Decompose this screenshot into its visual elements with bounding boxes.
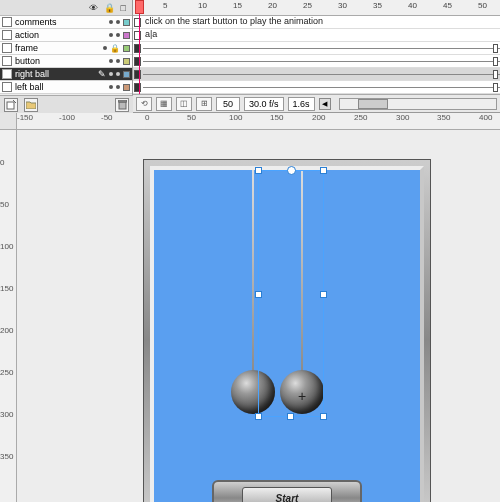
tl-row-button[interactable] <box>133 55 500 68</box>
rotation-handle[interactable] <box>287 166 296 175</box>
end-frame-icon <box>493 70 498 79</box>
start-button[interactable]: Start <box>242 487 332 502</box>
selection-box[interactable] <box>258 170 324 417</box>
ruler-num: 20 <box>268 1 277 10</box>
dot-icon <box>116 33 120 37</box>
page-icon <box>2 17 12 27</box>
ruler-num: 350 <box>437 113 450 122</box>
canvas-area: -150 -100 -50 0 50 100 150 200 250 300 3… <box>0 113 500 502</box>
dot-icon <box>109 59 113 63</box>
lock-icon[interactable]: 🔒 <box>104 3 115 13</box>
scroll-thumb[interactable] <box>358 99 388 109</box>
onion-outline-button[interactable]: ◫ <box>176 97 192 111</box>
tl-row-comments[interactable]: click on the start button to play the an… <box>133 16 500 29</box>
layer-row-comments[interactable]: comments <box>0 16 132 29</box>
tl-row-action[interactable]: a|a <box>133 29 500 42</box>
dot-icon <box>109 20 113 24</box>
ruler-num: 0 <box>145 113 149 122</box>
selection-handle[interactable] <box>255 413 262 420</box>
center-frame-button[interactable]: ▦ <box>156 97 172 111</box>
layer-row-action[interactable]: action <box>0 29 132 42</box>
layer-label: button <box>15 56 106 66</box>
layers-footer <box>0 95 133 113</box>
stage-viewport[interactable]: + Start <box>17 130 500 502</box>
tween-line <box>143 48 500 49</box>
tween-line <box>143 61 500 62</box>
ruler-num: -50 <box>101 113 113 122</box>
svg-rect-2 <box>119 102 126 109</box>
keyframe-icon <box>134 57 141 66</box>
page-icon <box>2 69 12 79</box>
ruler-corner <box>0 113 17 130</box>
selection-handle[interactable] <box>255 291 262 298</box>
ruler-num: 350 <box>0 452 13 461</box>
fps-value[interactable]: 30.0 f/s <box>244 97 284 111</box>
timeline-ruler[interactable]: 1 5 10 15 20 25 30 35 40 45 50 <box>133 0 500 16</box>
layer-label: left ball <box>15 82 106 92</box>
ruler-num: 200 <box>0 326 13 335</box>
layers-panel: 👁 🔒 □ comments action frame🔒 button righ… <box>0 0 133 104</box>
dot-icon <box>116 59 120 63</box>
selection-handle[interactable] <box>320 291 327 298</box>
dot-icon <box>116 85 120 89</box>
dot-icon <box>116 72 120 76</box>
ruler-num: 400 <box>479 113 492 122</box>
ruler-num: 50 <box>478 1 487 10</box>
layer-row-right-ball[interactable]: right ball✎ <box>0 68 132 81</box>
timeline-panel: 1 5 10 15 20 25 30 35 40 45 50 click on … <box>133 0 500 113</box>
selection-handle[interactable] <box>287 413 294 420</box>
elapsed-time-value[interactable]: 1.6s <box>288 97 315 111</box>
trash-button[interactable] <box>115 98 129 112</box>
ruler-num: 300 <box>396 113 409 122</box>
ruler-num: 25 <box>303 1 312 10</box>
color-swatch <box>123 58 130 65</box>
ruler-num: 100 <box>229 113 242 122</box>
timeline-scrollbar[interactable] <box>339 98 497 110</box>
ruler-num: 0 <box>0 158 4 167</box>
current-frame-value[interactable]: 50 <box>216 97 240 111</box>
ruler-num: 10 <box>198 1 207 10</box>
ruler-num: 250 <box>354 113 367 122</box>
start-label: Start <box>276 493 299 503</box>
ruler-num: 35 <box>373 1 382 10</box>
new-folder-button[interactable] <box>24 98 38 112</box>
ruler-num: 50 <box>0 200 9 209</box>
stage: + Start <box>144 160 430 502</box>
layer-label: comments <box>15 17 106 27</box>
layer-row-button[interactable]: button <box>0 55 132 68</box>
keyframe-icon <box>134 18 141 27</box>
h-ruler[interactable]: -150 -100 -50 0 50 100 150 200 250 300 3… <box>17 113 500 130</box>
selection-handle[interactable] <box>255 167 262 174</box>
onion-skin-button[interactable]: ⟲ <box>136 97 152 111</box>
svg-rect-0 <box>7 102 14 109</box>
color-swatch <box>123 19 130 26</box>
ruler-num: -100 <box>59 113 75 122</box>
lock-icon: 🔒 <box>110 44 120 53</box>
layer-row-left-ball[interactable]: left ball <box>0 81 132 94</box>
tween-line <box>143 74 500 75</box>
tween-line <box>143 87 500 88</box>
page-icon <box>2 30 12 40</box>
timeline-rows: click on the start button to play the an… <box>133 16 500 94</box>
dot-icon <box>109 33 113 37</box>
stage-bg: + Start <box>150 166 424 502</box>
selection-handle[interactable] <box>320 167 327 174</box>
page-icon <box>2 43 12 53</box>
keyframe-icon <box>134 44 141 53</box>
selection-handle[interactable] <box>320 413 327 420</box>
tl-row-left-ball[interactable] <box>133 81 500 94</box>
v-ruler[interactable]: 0 50 100 150 200 250 300 350 <box>0 130 17 502</box>
tl-row-frame[interactable] <box>133 42 500 55</box>
tl-row-right-ball[interactable] <box>133 68 500 81</box>
ruler-num: 15 <box>233 1 242 10</box>
new-layer-button[interactable] <box>4 98 18 112</box>
multi-frame-button[interactable]: ⊞ <box>196 97 212 111</box>
ruler-num: 200 <box>312 113 325 122</box>
frame-label: a|a <box>145 29 157 39</box>
eye-icon[interactable]: 👁 <box>89 3 98 13</box>
outline-icon[interactable]: □ <box>121 3 126 13</box>
scroll-left-button[interactable]: ◀ <box>319 98 331 110</box>
layer-row-frame[interactable]: frame🔒 <box>0 42 132 55</box>
ruler-num: 250 <box>0 368 13 377</box>
layer-label: action <box>15 30 106 40</box>
